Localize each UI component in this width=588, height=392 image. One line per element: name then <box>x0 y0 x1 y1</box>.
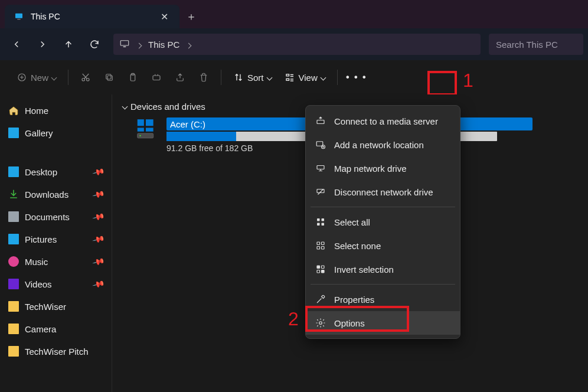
sidebar-item-label: Documents <box>25 212 70 222</box>
svg-rect-33 <box>317 266 320 269</box>
svg-rect-2 <box>120 40 129 45</box>
gallery-icon <box>8 128 19 138</box>
more-button[interactable]: • • • <box>345 67 368 88</box>
this-pc-icon <box>119 38 130 51</box>
tab-title: This PC <box>31 12 60 21</box>
properties-icon <box>315 294 326 305</box>
sidebar-item-label: TechWiser Pitch <box>25 347 89 357</box>
menu-item-connect-media-server[interactable]: Connect to a media server <box>306 109 460 133</box>
forward-button[interactable] <box>31 32 54 56</box>
menu-item-properties[interactable]: Properties <box>306 288 460 311</box>
paste-button[interactable] <box>123 67 143 88</box>
svg-rect-15 <box>146 119 153 126</box>
svg-rect-28 <box>322 223 325 226</box>
menu-item-select-none[interactable]: Select none <box>306 234 460 257</box>
pin-icon: 📌 <box>92 255 105 268</box>
svg-rect-0 <box>15 14 22 18</box>
menu-item-select-all[interactable]: Select all <box>306 210 460 234</box>
svg-rect-13 <box>286 79 289 80</box>
menu-item-label: Options <box>334 318 365 328</box>
sort-button[interactable]: Sort <box>228 67 276 88</box>
sidebar-item-pictures[interactable]: Pictures 📌 <box>4 228 108 250</box>
chevron-down-icon <box>123 103 127 110</box>
documents-icon <box>8 211 19 222</box>
svg-rect-7 <box>107 76 112 80</box>
select-none-icon <box>315 240 326 251</box>
music-icon <box>8 256 19 267</box>
svg-rect-16 <box>138 128 144 131</box>
menu-item-label: Properties <box>334 295 374 305</box>
sidebar-item-techwiser[interactable]: TechWiser <box>4 295 108 318</box>
sidebar-item-label: Downloads <box>25 190 68 200</box>
menu-item-map-network-drive[interactable]: Map network drive <box>306 156 460 180</box>
sidebar-item-label: Home <box>25 106 48 116</box>
svg-rect-23 <box>317 166 324 169</box>
gear-icon <box>315 318 326 328</box>
menu-item-disconnect-network-drive[interactable]: Disconnect network drive <box>306 180 460 204</box>
svg-rect-11 <box>153 76 160 80</box>
new-tab-button[interactable]: ＋ <box>179 5 203 28</box>
menu-item-options[interactable]: Options <box>306 311 460 335</box>
copy-button[interactable] <box>99 67 119 88</box>
sidebar-item-documents[interactable]: Documents 📌 <box>4 205 108 228</box>
menu-item-add-network-location[interactable]: Add a network location <box>306 133 460 156</box>
map-drive-icon <box>315 163 326 174</box>
sidebar-item-label: Desktop <box>25 167 57 177</box>
drive-icon <box>135 117 157 140</box>
breadcrumb[interactable]: This PC <box>113 34 481 55</box>
svg-rect-27 <box>317 223 320 226</box>
svg-rect-20 <box>317 120 324 124</box>
svg-rect-26 <box>322 218 325 221</box>
sidebar-item-downloads[interactable]: Downloads 📌 <box>4 183 108 205</box>
disconnect-drive-icon <box>315 187 326 197</box>
section-header-label: Devices and drives <box>130 102 205 112</box>
separator <box>221 70 221 85</box>
pin-icon: 📌 <box>92 188 105 201</box>
pictures-icon <box>8 234 19 244</box>
up-button[interactable] <box>57 32 80 56</box>
sidebar-item-home[interactable]: Home <box>4 99 108 122</box>
add-network-icon <box>315 139 326 150</box>
tab-close-button[interactable]: ✕ <box>156 8 172 25</box>
new-button[interactable]: New <box>12 67 61 88</box>
sidebar-item-videos[interactable]: Videos 📌 <box>4 273 108 295</box>
sidebar-item-desktop[interactable]: Desktop 📌 <box>4 161 108 183</box>
svg-rect-29 <box>317 242 320 245</box>
main: Home Gallery Desktop 📌 Downloads 📌 Docum… <box>0 94 588 392</box>
search-input[interactable]: Search This PC <box>489 34 583 55</box>
folder-icon <box>8 301 19 312</box>
chevron-down-icon <box>52 74 56 81</box>
svg-rect-1 <box>17 19 20 19</box>
svg-rect-17 <box>146 128 153 131</box>
invert-selection-icon <box>315 264 326 275</box>
separator <box>337 70 338 85</box>
svg-rect-14 <box>138 119 144 126</box>
sidebar-item-techwiser-pitch[interactable]: TechWiser Pitch <box>4 340 108 362</box>
back-button[interactable] <box>5 32 28 56</box>
menu-item-label: Select all <box>334 217 370 227</box>
new-label: New <box>31 73 48 83</box>
sidebar-item-camera[interactable]: Camera <box>4 318 108 340</box>
menu-item-invert-selection[interactable]: Invert selection <box>306 257 460 281</box>
this-pc-icon <box>14 12 24 21</box>
svg-point-37 <box>319 322 322 325</box>
delete-button[interactable] <box>194 67 214 88</box>
sidebar-item-music[interactable]: Music 📌 <box>4 250 108 273</box>
cut-button[interactable] <box>76 67 96 88</box>
menu-item-label: Select none <box>334 241 381 251</box>
breadcrumb-location[interactable]: This PC <box>148 40 179 50</box>
annotation-number-2: 2 <box>288 308 299 330</box>
rename-button[interactable] <box>146 67 166 88</box>
sidebar-item-gallery[interactable]: Gallery <box>4 122 108 144</box>
menu-item-label: Invert selection <box>334 264 394 275</box>
refresh-button[interactable] <box>83 32 106 56</box>
sidebar-item-label: Camera <box>25 324 56 334</box>
titlebar: This PC ✕ ＋ <box>0 0 588 28</box>
chevron-down-icon <box>321 74 325 81</box>
share-button[interactable] <box>170 67 190 88</box>
annotation-box-1 <box>427 71 457 96</box>
svg-rect-36 <box>322 270 325 273</box>
desktop-icon <box>8 166 19 177</box>
tab-this-pc[interactable]: This PC ✕ <box>5 5 179 28</box>
view-button[interactable]: View <box>280 67 330 88</box>
